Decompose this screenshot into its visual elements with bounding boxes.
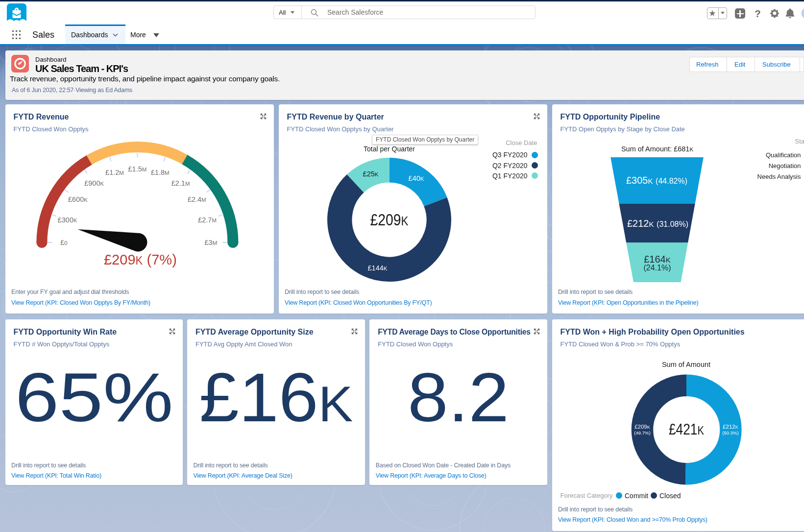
svg-text:£2.1M: £2.1M [171, 179, 190, 187]
svg-text:£305K (44.82%): £305K (44.82%) [626, 175, 687, 186]
svg-text:£600K: £600K [68, 195, 88, 203]
svg-text:£3M: £3M [204, 239, 217, 246]
svg-text:£209K: £209K [634, 424, 650, 430]
svg-text:£209K (7%): £209K (7%) [103, 251, 176, 267]
svg-text:Stage: Stage [795, 138, 804, 145]
svg-text:£1.2M: £1.2M [105, 169, 124, 176]
svg-text:Negotiation: Negotiation [768, 162, 801, 169]
svg-text:£144K: £144K [367, 264, 387, 272]
svg-text:£421K: £421K [669, 421, 704, 438]
svg-text:£2.7M: £2.7M [198, 216, 217, 224]
svg-text:(49.7%): (49.7%) [634, 430, 650, 435]
svg-text:£209K: £209K [370, 211, 409, 229]
svg-text:(50.3%): (50.3%) [722, 430, 738, 435]
svg-text:£40K: £40K [408, 174, 424, 182]
svg-text:Sum of Amount: £681K: Sum of Amount: £681K [621, 145, 693, 153]
svg-text:Qualification: Qualification [765, 151, 801, 159]
svg-text:(24.1%): (24.1%) [643, 264, 671, 272]
svg-text:£900K: £900K [84, 179, 104, 187]
svg-text:£2.4M: £2.4M [187, 195, 206, 203]
svg-text:£212K: £212K [723, 424, 738, 430]
svg-text:Needs Analysis: Needs Analysis [757, 173, 801, 180]
svg-text:£1.8M: £1.8M [150, 169, 169, 176]
svg-text:Sum of Amount: Sum of Amount [661, 361, 710, 368]
svg-text:£164K: £164K [644, 254, 671, 265]
svg-text:£0: £0 [60, 239, 67, 246]
svg-text:£212K (31.08%): £212K (31.08%) [627, 218, 688, 229]
svg-text:£300K: £300K [57, 216, 77, 224]
svg-text:£25K: £25K [363, 170, 378, 178]
svg-text:£1.5M: £1.5M [128, 165, 146, 173]
